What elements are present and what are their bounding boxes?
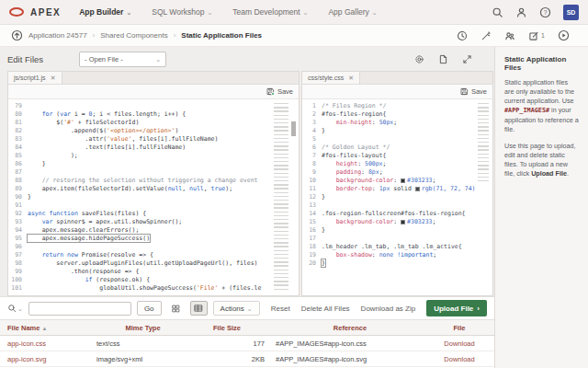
search-input[interactable] [28, 302, 131, 316]
icon-view-button[interactable] [167, 301, 185, 316]
minimap[interactable] [274, 103, 288, 290]
report-view-button[interactable] [190, 301, 208, 316]
code-text: if (response.ok) { [28, 276, 150, 283]
reset-button[interactable]: Reset [271, 305, 290, 313]
report-toolbar: ⌄ Go Actions ⌄ Reset Delete All Files Do… [0, 296, 494, 320]
search-column-selector[interactable]: ⌄ [7, 304, 23, 313]
column-header-file-name[interactable]: File Name▲ [0, 324, 95, 332]
line-number: 15 [302, 218, 322, 225]
code-text: /* Files Region */ [322, 102, 386, 109]
minimap[interactable] [478, 103, 489, 184]
line-number: 92 [8, 210, 28, 217]
delete-all-files-button[interactable]: Delete All Files [301, 305, 350, 313]
close-icon[interactable]: ✕ [348, 75, 354, 81]
oracle-logo-icon[interactable] [9, 7, 24, 17]
nav-sql-workshop[interactable]: SQL Workshop⌄ [152, 7, 212, 17]
code-line: 100 if (response.ok) { [8, 275, 299, 283]
file-name-link[interactable]: app-icon.svg [0, 355, 95, 363]
line-number: 88 [8, 177, 28, 184]
code-text: async function saveFiles(files) { [28, 210, 146, 217]
search-icon[interactable] [492, 6, 503, 18]
line-number: 2 [302, 110, 322, 118]
line-number: 13 [302, 201, 322, 209]
code-line: 3 min-height: 50px; [302, 118, 492, 126]
edit-page-control[interactable]: 1 [528, 30, 545, 41]
save-button[interactable]: Save [460, 87, 487, 96]
line-number: 6 [302, 144, 322, 151]
breadcrumb[interactable]: Application 24577 [28, 31, 87, 40]
gear-icon[interactable] [414, 54, 424, 64]
line-number: 91 [8, 201, 28, 209]
download-as-zip-button[interactable]: Download as Zip [361, 305, 416, 313]
code-text: .append($('<option></option>') [28, 127, 178, 134]
application-up-icon[interactable] [11, 29, 23, 41]
line-number: 14 [302, 210, 322, 217]
column-header-file-size[interactable]: File Size [189, 324, 266, 332]
code-line: 97 return new Promise(resolve => { [8, 250, 299, 259]
editor-toolbar: Save [8, 85, 299, 99]
line-number: 94 [8, 226, 28, 234]
code-line: 15 background-color: #303233; [302, 217, 492, 225]
tab-css-style[interactable]: css/style.css ✕ [302, 72, 360, 84]
column-header-mime-type[interactable]: Mime Type [95, 324, 189, 332]
left-editor[interactable]: 7980 for (var i = 0; i < files.length; i… [8, 99, 299, 295]
line-number: 16 [302, 226, 322, 234]
save-icon [460, 87, 469, 96]
history-icon[interactable] [457, 30, 468, 41]
avatar[interactable]: SD [563, 5, 579, 20]
help-sidebar: Static Application Files Static applicat… [494, 47, 588, 368]
code-line: 90} [8, 192, 299, 201]
code-text: server.uploadPluginFiles(util.getUploadP… [28, 259, 257, 267]
right-editor[interactable]: 1/* Files Region */2#fos-files-region{3 … [302, 99, 492, 295]
run-app-icon[interactable] [558, 29, 570, 41]
column-header-reference[interactable]: Reference [266, 324, 424, 332]
table-view-icon [194, 304, 203, 313]
team-icon[interactable] [504, 30, 515, 41]
breadcrumb-separator: › [174, 31, 176, 40]
toolbar-right-actions: Reset Delete All Files Download as Zip U… [271, 300, 487, 316]
close-icon[interactable]: ✕ [51, 75, 56, 81]
minimap-thumb[interactable] [291, 121, 296, 136]
actions-menu-button[interactable]: Actions ⌄ [213, 301, 260, 316]
code-line: 17 [302, 234, 492, 242]
help-icon[interactable]: ? [539, 6, 551, 18]
wand-icon[interactable] [481, 30, 492, 41]
files-table-body: app-icon.csstext/css177#APP_IMAGES#app-i… [0, 336, 494, 367]
breadcrumb[interactable]: Shared Components [100, 31, 167, 40]
upload-file-button[interactable]: Upload File › [426, 300, 487, 316]
file-name-link[interactable]: app-icon.css [0, 339, 95, 348]
code-line: 94 apex.message.clearErrors(); [8, 225, 299, 234]
main-nav: App Builder⌄ SQL Workshop⌄ Team Developm… [79, 7, 378, 17]
code-line: 87 [8, 167, 299, 176]
expand-icon[interactable] [462, 54, 472, 64]
line-number: 12 [302, 193, 322, 201]
line-number: 10 [302, 177, 322, 184]
apex-brand[interactable]: APEX [30, 7, 61, 17]
column-header-file[interactable]: File [424, 324, 494, 332]
download-link[interactable]: Download [424, 355, 494, 363]
breadcrumb-actions: 1 [457, 29, 577, 41]
tab-js-script[interactable]: js/script1.js ✕ [8, 72, 62, 84]
chevron-down-icon: ⌄ [17, 305, 23, 312]
open-file-select[interactable]: - Open File - ⌄ [79, 52, 166, 67]
code-line: 81 $('#' + fileSelectorId) [8, 118, 299, 126]
nav-app-builder[interactable]: App Builder⌄ [79, 7, 131, 17]
line-number: 87 [8, 168, 28, 176]
code-text: } [322, 259, 325, 267]
code-line: 10 background-color: #303233; [302, 176, 492, 184]
download-link[interactable]: Download [424, 339, 494, 348]
code-text: .lm_header .lm_tab, .lm_tab .lm_active{ [322, 243, 462, 250]
code-line: 99 .then(response => { [8, 267, 299, 275]
user-icon[interactable] [515, 6, 527, 18]
nav-app-gallery[interactable]: App Gallery⌄ [328, 7, 377, 17]
line-number: 8 [302, 160, 322, 167]
code-line: 91 [8, 201, 299, 209]
code-line: 13 [302, 201, 492, 209]
nav-team-development[interactable]: Team Development⌄ [232, 7, 308, 17]
sidebar-help-paragraph-1: Static application files are only availa… [504, 78, 579, 134]
search-icon [7, 304, 17, 313]
file-icon[interactable] [438, 54, 448, 64]
go-button[interactable]: Go [137, 301, 162, 316]
save-button[interactable]: Save [266, 87, 293, 96]
code-editors: js/script1.js ✕ Save 7980 for (var i = 0… [0, 71, 494, 296]
